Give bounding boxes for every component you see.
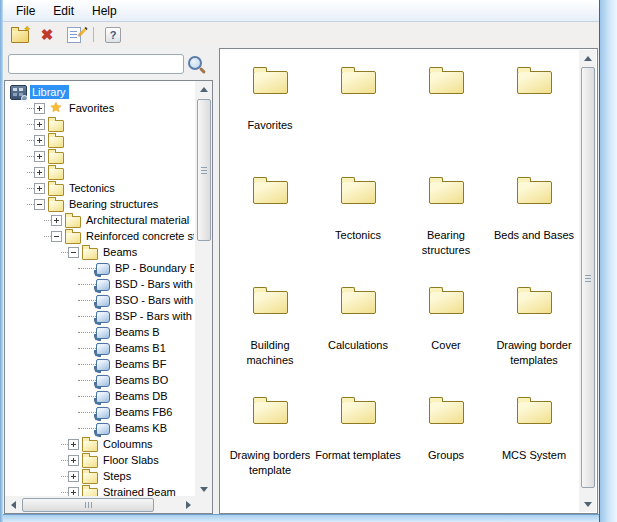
help-button[interactable]: ? <box>103 26 123 44</box>
collapse-minus-toggle[interactable] <box>51 231 62 242</box>
collapse-minus-toggle[interactable] <box>34 199 45 210</box>
folder-item[interactable]: Favorites <box>226 53 314 163</box>
tree-horizontal-scrollbar[interactable] <box>5 496 196 513</box>
expand-plus-toggle[interactable] <box>51 215 62 226</box>
tree-item[interactable]: Beams B <box>6 324 194 340</box>
scroll-down-button[interactable] <box>195 481 212 497</box>
tree-item[interactable] <box>6 164 194 180</box>
search-input[interactable] <box>8 54 184 74</box>
block-icon <box>96 343 110 355</box>
scroll-right-button[interactable] <box>180 496 196 513</box>
folder-item[interactable] <box>226 163 314 273</box>
folder-icon <box>48 120 64 132</box>
expand-plus-toggle[interactable] <box>68 455 79 466</box>
tree-item[interactable]: Beams KB <box>6 420 194 436</box>
folder-item[interactable]: Building machines <box>226 273 314 383</box>
folder-item[interactable] <box>490 53 578 163</box>
tree-item-label: Tectonics <box>67 181 118 195</box>
scroll-left-button[interactable] <box>5 496 21 513</box>
tree-item[interactable]: Beams B1 <box>6 340 194 356</box>
search-area <box>3 46 215 80</box>
search-magnifier-icon[interactable] <box>188 56 202 70</box>
tree-item[interactable]: ★Favorites <box>6 100 194 116</box>
folder-icon <box>341 401 376 424</box>
folder-item[interactable]: Groups <box>402 383 490 493</box>
folder-icon <box>429 181 464 204</box>
menu-help[interactable]: Help <box>83 1 126 21</box>
tree-scrollbar-thumb[interactable] <box>197 99 211 241</box>
expand-plus-toggle[interactable] <box>68 471 79 482</box>
tree-item[interactable]: Beams BF <box>6 356 194 372</box>
expand-plus-toggle[interactable] <box>34 103 45 114</box>
folder-item[interactable] <box>314 53 402 163</box>
tree-item[interactable] <box>6 116 194 132</box>
tree-item[interactable] <box>6 148 194 164</box>
delete-button[interactable]: ✖ <box>37 26 57 44</box>
folder-item[interactable] <box>402 53 490 163</box>
folder-item[interactable]: Beds and Bases <box>490 163 578 273</box>
tree-hscrollbar-thumb[interactable] <box>22 498 154 512</box>
folder-item[interactable]: Format templates <box>314 383 402 493</box>
panel-scrollbar-thumb[interactable] <box>581 67 595 488</box>
expand-plus-toggle[interactable] <box>34 151 45 162</box>
tree-item-label: Beams B <box>113 325 163 339</box>
tree-connector-line <box>78 364 96 365</box>
expand-plus-toggle[interactable] <box>34 167 45 178</box>
tree-item[interactable]: Coloumns <box>6 436 194 452</box>
expand-plus-toggle[interactable] <box>68 487 79 497</box>
block-icon <box>96 359 110 371</box>
block-icon <box>96 295 110 307</box>
expand-plus-toggle[interactable] <box>68 439 79 450</box>
folder-item[interactable]: Calculations <box>314 273 402 383</box>
tree-item[interactable]: BSD - Bars with Tw <box>6 276 194 292</box>
expand-plus-toggle[interactable] <box>34 119 45 130</box>
edit-button[interactable] <box>64 26 84 44</box>
tree-item[interactable]: BSO - Bars with Sl <box>6 292 194 308</box>
block-icon <box>96 391 110 403</box>
folder-item[interactable]: Bearing structures <box>402 163 490 273</box>
expand-plus-toggle[interactable] <box>34 183 45 194</box>
tree-indent <box>6 284 78 285</box>
tree-item[interactable]: Steps <box>6 468 194 484</box>
folder-view-panel: FavoritesTectonicsBearing structuresBeds… <box>219 48 598 514</box>
tree-item[interactable]: Beams FB6 <box>6 404 194 420</box>
tree-item[interactable]: BP - Boundary Bea <box>6 260 194 276</box>
collapse-minus-toggle[interactable] <box>68 247 79 258</box>
tree-item[interactable]: Architectural material <box>6 212 194 228</box>
tree-item[interactable]: Beams BO <box>6 372 194 388</box>
menu-edit[interactable]: Edit <box>44 1 83 21</box>
tree-item[interactable]: Floor Slabs <box>6 452 194 468</box>
scroll-up-button[interactable] <box>579 50 596 66</box>
tree-connector-line <box>78 316 96 317</box>
tree-item[interactable]: Strained Beam <box>6 484 194 496</box>
menu-file[interactable]: File <box>7 1 44 21</box>
tree-item[interactable]: BSP - Bars with Pa <box>6 308 194 324</box>
tree-item[interactable]: Tectonics <box>6 180 194 196</box>
expand-plus-toggle[interactable] <box>34 135 45 146</box>
tree-indent <box>6 204 27 205</box>
tree-connector-line <box>27 156 34 157</box>
folder-item[interactable]: Drawing borders template <box>226 383 314 493</box>
tree-item[interactable]: Bearing structures <box>6 196 194 212</box>
tree-item[interactable]: Beams <box>6 244 194 260</box>
scroll-up-button[interactable] <box>195 81 212 97</box>
tree-item[interactable] <box>6 132 194 148</box>
folder-item[interactable]: Drawing border templates <box>490 273 578 383</box>
panel-vertical-scrollbar[interactable] <box>579 50 596 512</box>
new-folder-button[interactable] <box>10 26 30 44</box>
scroll-down-button[interactable] <box>579 496 596 512</box>
folder-item[interactable]: Tectonics <box>314 163 402 273</box>
folder-item[interactable]: Cover <box>402 273 490 383</box>
tree-connector-line <box>78 284 96 285</box>
folder-icon <box>82 440 98 452</box>
folder-item[interactable]: MCS System <box>490 383 578 493</box>
folder-item-label: Calculations <box>328 338 388 353</box>
tree-connector-line <box>78 380 96 381</box>
tree-vertical-scrollbar[interactable] <box>195 81 212 497</box>
tree-item-label: Beams <box>101 245 140 259</box>
tree-item[interactable]: Library <box>6 84 194 100</box>
tree-item[interactable]: Beams DB <box>6 388 194 404</box>
tree-indent <box>6 348 78 349</box>
folder-item-label: MCS System <box>502 448 566 463</box>
tree-item[interactable]: Reinforced concrete struct <box>6 228 194 244</box>
